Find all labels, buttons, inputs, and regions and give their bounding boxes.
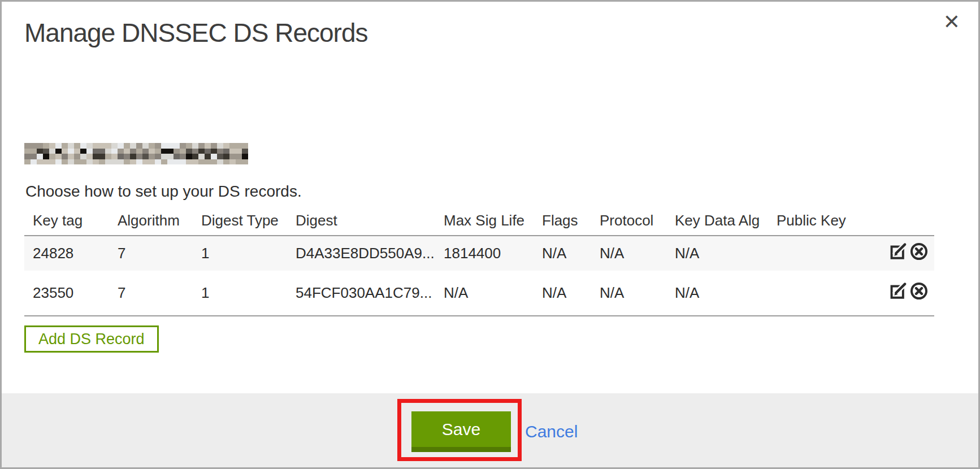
save-button[interactable]: Save — [411, 411, 511, 452]
cell-flags: N/A — [534, 271, 591, 316]
cancel-link[interactable]: Cancel — [525, 411, 578, 452]
cell-key-tag: 24828 — [24, 236, 109, 271]
cell-key-tag: 23550 — [24, 271, 109, 316]
cell-digest-type: 1 — [193, 271, 287, 316]
cell-key-data-alg: N/A — [666, 271, 768, 316]
cell-max-sig-life: N/A — [435, 271, 534, 316]
delete-icon[interactable] — [909, 242, 929, 261]
column-header-flags: Flags — [534, 206, 591, 236]
table-row: 24828 7 1 D4A33E8DD550A9... 1814400 N/A … — [24, 236, 934, 271]
column-header-digest-type: Digest Type — [193, 206, 287, 236]
table-row: 23550 7 1 54FCF030AA1C79... N/A N/A N/A … — [24, 271, 934, 316]
cell-digest-type: 1 — [193, 236, 287, 271]
redacted-domain-name — [24, 143, 248, 164]
edit-icon[interactable] — [889, 281, 908, 301]
cell-actions — [855, 271, 934, 316]
cell-max-sig-life: 1814400 — [435, 236, 534, 271]
dnssec-ds-records-modal: Manage DNSSEC DS Records ✕ Choose how to… — [0, 0, 980, 469]
column-header-algorithm: Algorithm — [109, 206, 193, 236]
cell-digest: D4A33E8DD550A9... — [287, 236, 435, 271]
cell-actions — [855, 236, 934, 271]
table-header-row: Key tag Algorithm Digest Type Digest Max… — [24, 206, 934, 236]
column-header-actions — [855, 206, 934, 236]
cell-digest: 54FCF030AA1C79... — [287, 271, 435, 316]
instruction-text: Choose how to set up your DS records. — [25, 183, 302, 201]
ds-records-table: Key tag Algorithm Digest Type Digest Max… — [24, 206, 934, 316]
add-ds-record-button[interactable]: Add DS Record — [24, 325, 159, 353]
column-header-key-data-alg: Key Data Alg — [666, 206, 768, 236]
page-title: Manage DNSSEC DS Records — [24, 18, 367, 48]
cell-flags: N/A — [534, 236, 591, 271]
column-header-public-key: Public Key — [768, 206, 855, 236]
cell-algorithm: 7 — [109, 236, 193, 271]
cell-protocol: N/A — [591, 271, 666, 316]
column-header-max-sig-life: Max Sig Life — [435, 206, 534, 236]
column-header-protocol: Protocol — [591, 206, 666, 236]
cell-protocol: N/A — [591, 236, 666, 271]
cell-public-key — [768, 236, 855, 271]
close-icon[interactable]: ✕ — [943, 12, 960, 32]
cell-algorithm: 7 — [109, 271, 193, 316]
column-header-key-tag: Key tag — [24, 206, 109, 236]
column-header-digest: Digest — [287, 206, 435, 236]
cell-key-data-alg: N/A — [666, 236, 768, 271]
cell-public-key — [768, 271, 855, 316]
delete-icon[interactable] — [909, 281, 929, 301]
edit-icon[interactable] — [889, 242, 908, 261]
